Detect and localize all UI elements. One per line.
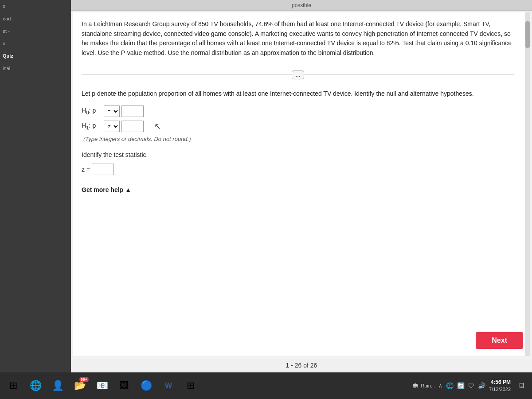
tray-speaker-icon[interactable]: 🔊 — [478, 382, 485, 389]
notification-icon: 🖥 — [518, 382, 525, 390]
tray-security-icon: 🛡 — [468, 382, 474, 389]
clock-time: 4:56 PM — [489, 379, 511, 386]
mail-icon: 📧 — [96, 380, 108, 391]
edge-icon: 🌐 — [30, 380, 42, 391]
get-more-help-button[interactable]: Get more help ▲ — [82, 186, 131, 193]
question-panel: In a Leichtman Research Group survey of … — [73, 12, 530, 356]
taskbar-files[interactable]: 📂 99+ — [70, 376, 90, 395]
system-clock[interactable]: 4:56 PM 7/12/2022 — [489, 379, 511, 393]
taskbar-start[interactable]: ⊞ — [4, 376, 23, 395]
h0-value-input[interactable] — [121, 106, 144, 117]
tray-chevron[interactable]: ∧ — [438, 383, 442, 389]
h1-value-input[interactable] — [121, 121, 144, 132]
h1-label: H1: p — [82, 122, 100, 130]
tray-update-icon: 🔄 — [457, 382, 465, 389]
arrow-up-icon: ▲ — [125, 186, 131, 193]
header-bar: possible — [71, 0, 532, 11]
z-value-input[interactable] — [92, 164, 114, 175]
taskbar: ⊞ 🌐 👤 📂 99+ 📧 🖼 🔵 W ⊞ 🌧 Rain... — [0, 372, 532, 399]
taskbar-edge[interactable]: 🌐 — [26, 376, 45, 395]
sidebar-item-3[interactable]: et - — [0, 25, 71, 37]
h0-operator-select[interactable]: = ≠ < > — [104, 106, 120, 117]
files-badge: 99+ — [79, 377, 89, 382]
word-icon: W — [165, 381, 172, 391]
divider-right — [304, 74, 514, 75]
taskbar-photos[interactable]: 🖼 — [114, 376, 134, 395]
sidebar-item-1[interactable]: o - — [0, 0, 71, 12]
survey-question-text: In a Leichtman Research Group survey of … — [82, 20, 521, 58]
taskbar-people[interactable]: 👤 — [48, 376, 67, 395]
system-tray: 🌧 Rain... ∧ 🌐 🔄 🛡 🔊 4:56 PM 7/12/2022 🖥 — [412, 379, 528, 393]
content-area: possible In a Leichtman Research Group s… — [71, 0, 532, 372]
weather-icon: 🌧 — [412, 382, 419, 390]
cursor-indicator: ↖ — [154, 121, 161, 131]
grid-icon: ⊞ — [187, 380, 195, 391]
people-icon: 👤 — [52, 380, 64, 391]
taskbar-chrome[interactable]: 🔵 — [137, 376, 156, 395]
ellipsis-button[interactable]: ... — [292, 70, 304, 79]
h1-row: H1: p ≠ = < > ↖ — [82, 121, 521, 132]
main-window: o - ead et - o - Quiz inal possible In a… — [0, 0, 532, 372]
taskbar-mail[interactable]: 📧 — [92, 376, 112, 395]
weather-widget[interactable]: 🌧 Rain... — [412, 382, 435, 390]
sub-question-text: Let p denote the population proportion o… — [82, 89, 521, 98]
windows-icon: ⊞ — [9, 380, 17, 391]
test-stat-label: Identify the test statistic. — [82, 151, 521, 158]
sidebar-item-quiz[interactable]: Quiz — [0, 50, 71, 62]
clock-date: 7/12/2022 — [489, 386, 511, 393]
sidebar-item-4[interactable]: o - — [0, 37, 71, 50]
z-row: z = — [82, 164, 521, 175]
h0-row: H0: p = ≠ < > — [82, 106, 521, 117]
get-more-help-text: Get more help — [82, 186, 123, 193]
page-footer: 1 - 26 of 26 — [71, 358, 532, 372]
photos-icon: 🖼 — [119, 380, 129, 391]
weather-label: Rain... — [421, 383, 435, 388]
scroll-thumb[interactable] — [525, 21, 530, 48]
possible-label: possible — [292, 2, 311, 8]
taskbar-notification[interactable]: 🖥 — [514, 379, 528, 393]
page-count: 1 - 26 of 26 — [286, 362, 317, 369]
h1-operator-select[interactable]: ≠ = < > — [104, 121, 120, 132]
scrollbar[interactable] — [525, 12, 530, 356]
divider-left — [82, 74, 292, 75]
z-label: z = — [82, 166, 90, 173]
next-button[interactable]: Next — [476, 332, 523, 349]
tray-network-icon: 🌐 — [446, 382, 454, 389]
taskbar-grid[interactable]: ⊞ — [181, 376, 200, 395]
h0-label: H0: p — [82, 107, 100, 115]
type-note: (Type integers or decimals. Do not round… — [83, 136, 521, 142]
get-more-help-section: Get more help ▲ — [82, 186, 521, 194]
sidebar-item-2[interactable]: ead — [0, 12, 71, 25]
sidebar: o - ead et - o - Quiz inal — [0, 0, 71, 372]
taskbar-word[interactable]: W — [159, 376, 178, 395]
sidebar-item-final[interactable]: inal — [0, 62, 71, 74]
chrome-icon: 🔵 — [141, 380, 153, 391]
